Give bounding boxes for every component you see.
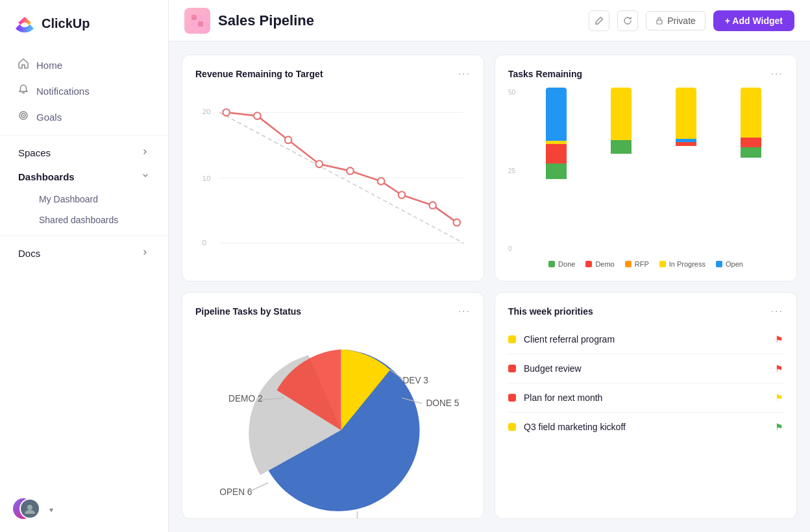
user-avatar-stack: [13, 498, 42, 522]
avatar-photo: [19, 498, 40, 519]
refresh-button[interactable]: [617, 10, 638, 31]
priority-flag-2: ⚑: [775, 363, 783, 374]
svg-point-18: [285, 136, 292, 143]
private-button[interactable]: Private: [646, 11, 706, 30]
pie-label-open: OPEN 6: [219, 487, 252, 497]
priority-flag-3: ⚑: [775, 393, 783, 403]
priority-dot-4: [508, 423, 516, 431]
dashboards-label: Dashboards: [18, 171, 75, 182]
priority-dot-1: [508, 335, 516, 343]
priority-dot-3: [508, 394, 516, 402]
priorities-list: Client referral program ⚑ Budget review …: [508, 325, 783, 505]
sidebar-item-home-label: Home: [36, 60, 62, 71]
priority-item-1: Client referral program ⚑: [508, 325, 783, 354]
svg-point-16: [223, 109, 230, 116]
sidebar-item-my-dashboard[interactable]: My Dashboard: [5, 189, 163, 210]
bar-group-2: [594, 88, 648, 254]
legend-demo-label: Demo: [595, 260, 614, 268]
legend-done-dot: [548, 261, 555, 267]
sidebar-navigation: Home Notifications Goals Spaces: [0, 47, 168, 488]
priorities-widget: This week priorities ··· Client referral…: [495, 292, 797, 519]
main-content: Sales Pipeline Private + Add Widget Reve…: [169, 0, 810, 532]
priority-text-1: Client referral program: [524, 334, 615, 345]
shared-dashboards-label: Shared dashboards: [39, 215, 118, 225]
legend-open-dot: [716, 261, 722, 267]
user-chevron-icon: ▾: [49, 505, 53, 514]
svg-point-2: [23, 115, 24, 116]
sidebar: ClickUp Home Notifications Goals: [0, 0, 169, 532]
sidebar-item-shared-dashboards[interactable]: Shared dashboards: [5, 210, 163, 230]
legend-demo: Demo: [585, 260, 614, 268]
y-axis-50: 50: [508, 89, 515, 96]
sidebar-footer[interactable]: ▾: [0, 488, 168, 532]
svg-rect-8: [657, 20, 662, 24]
add-widget-button[interactable]: + Add Widget: [713, 10, 794, 31]
priority-item-4-left: Q3 field marketing kickoff: [508, 422, 626, 432]
tasks-widget-title: Tasks Remaining: [508, 69, 582, 79]
svg-text:10: 10: [202, 174, 211, 182]
svg-text:0: 0: [202, 238, 207, 247]
clickup-logo-icon: [13, 12, 36, 35]
bar-chart-legend: Done Demo RFP In Progress: [508, 260, 783, 268]
logo-area: ClickUp: [0, 0, 168, 47]
priority-item-3: Plan for next month ⚑: [508, 383, 783, 413]
nav-divider: [0, 135, 168, 136]
tasks-widget-header: Tasks Remaining ···: [508, 68, 783, 80]
bar-group-3: [659, 88, 713, 254]
y-axis-25: 25: [508, 167, 515, 175]
legend-rfp: RFP: [625, 260, 649, 268]
header-left: Sales Pipeline: [184, 8, 314, 34]
pipeline-tasks-widget: Pipeline Tasks by Status ···: [182, 292, 484, 519]
sidebar-section-docs[interactable]: Docs: [5, 241, 163, 265]
spaces-chevron-icon: [141, 147, 150, 158]
priority-flag-4: ⚑: [775, 422, 783, 432]
revenue-widget-title: Revenue Remaining to Target: [195, 69, 323, 79]
priority-text-2: Budget review: [524, 363, 582, 374]
sidebar-item-home[interactable]: Home: [5, 52, 163, 78]
page-title: Sales Pipeline: [218, 12, 314, 29]
home-icon: [18, 58, 29, 71]
svg-point-20: [347, 167, 354, 175]
revenue-widget-header: Revenue Remaining to Target ···: [195, 68, 471, 80]
goals-icon: [18, 110, 29, 123]
revenue-widget-menu[interactable]: ···: [458, 68, 471, 80]
edit-button[interactable]: [589, 10, 609, 31]
pipeline-widget-menu[interactable]: ···: [458, 306, 471, 317]
sidebar-section-spaces[interactable]: Spaces: [5, 141, 163, 165]
tasks-widget-menu[interactable]: ···: [771, 68, 783, 80]
priorities-widget-menu[interactable]: ···: [771, 306, 783, 317]
tasks-remaining-widget: Tasks Remaining ··· 50 25 0: [495, 54, 797, 282]
legend-done-label: Done: [558, 260, 575, 268]
svg-rect-4: [191, 15, 197, 20]
legend-inprogress-label: In Progress: [669, 260, 706, 268]
tasks-chart-area: 50 25 0: [508, 88, 783, 268]
priority-item-2: Budget review ⚑: [508, 354, 783, 383]
sidebar-item-goals-label: Goals: [36, 112, 62, 123]
nav-divider-2: [0, 236, 168, 236]
priorities-widget-title: This week priorities: [508, 306, 593, 317]
pie-label-demo: DEMO 2: [228, 394, 263, 404]
private-label: Private: [667, 16, 696, 26]
svg-line-28: [251, 483, 268, 490]
pie-chart-container: DEV 3 DONE 5 IN PROGRESS 18 OPEN 6 DEMO …: [195, 325, 471, 519]
legend-inprogress-dot: [659, 261, 666, 267]
priority-text-3: Plan for next month: [524, 393, 602, 403]
sidebar-section-dashboards[interactable]: Dashboards: [5, 165, 163, 189]
sidebar-item-goals[interactable]: Goals: [5, 104, 163, 130]
pipeline-widget-header: Pipeline Tasks by Status ···: [195, 306, 471, 317]
priority-text-4: Q3 field marketing kickoff: [524, 422, 626, 432]
sidebar-item-notifications-label: Notifications: [36, 86, 90, 97]
priority-item-3-left: Plan for next month: [508, 393, 602, 403]
svg-text:20: 20: [202, 107, 211, 115]
svg-rect-7: [198, 21, 203, 27]
svg-rect-6: [191, 21, 197, 27]
legend-inprogress: In Progress: [659, 260, 706, 268]
svg-point-23: [429, 202, 436, 209]
svg-point-17: [254, 112, 261, 119]
revenue-widget: Revenue Remaining to Target ··· 20 10 0: [182, 54, 484, 282]
dashboard-grid: Revenue Remaining to Target ··· 20 10 0: [169, 42, 810, 532]
legend-done: Done: [548, 260, 575, 268]
priorities-widget-header: This week priorities ···: [508, 306, 783, 317]
page-header: Sales Pipeline Private + Add Widget: [169, 0, 810, 42]
sidebar-item-notifications[interactable]: Notifications: [5, 78, 163, 104]
